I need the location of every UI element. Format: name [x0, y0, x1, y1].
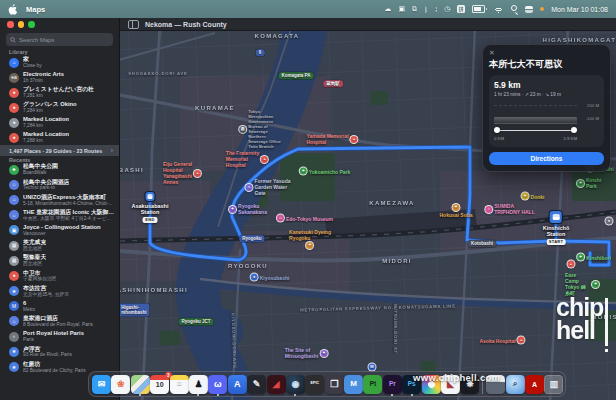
library-grand-palace-okino[interactable]: ● グランパレス Okino 7,284 km — [0, 100, 119, 115]
dock-acrobat[interactable]: A — [525, 375, 544, 394]
route-endpoint-badge: START — [546, 239, 566, 245]
window-title-bar: Nekoma — Rush County — [120, 18, 616, 31]
window-controls — [7, 21, 35, 28]
dock-earth-search[interactable]: ⌕ — [506, 375, 525, 394]
close-icon[interactable]: ✕ — [489, 49, 497, 56]
slider-knob-start[interactable] — [494, 127, 500, 133]
dock-discord[interactable]: ω — [208, 375, 227, 394]
place-icon: M — [9, 301, 19, 311]
place-icon: ⌕ — [9, 332, 19, 342]
bluetooth-icon[interactable]: ᛒ — [424, 0, 428, 18]
station-kinshicho[interactable]: Kinshichō Station START — [543, 211, 570, 245]
time-machine-icon[interactable]: ◷ — [444, 0, 450, 18]
place-icon: ★ — [9, 347, 19, 357]
recent-port-royal-hotel-cn[interactable]: ⌂ 皇家港口酒店 8 Boulevard de Port-Royal, Pari… — [0, 314, 119, 329]
window-title: Nekoma — Rush County — [145, 21, 227, 28]
elevation-max: 200 M — [587, 103, 599, 108]
place-icon: ▣ — [9, 225, 19, 235]
recent-unizo-hotel[interactable]: ⌂ UNIZO酒店Express-大阪南本町 5-18, Minamihonma… — [0, 192, 119, 207]
dock-premiere[interactable]: Pr — [383, 375, 402, 394]
recent-metro-6[interactable]: M 6 Métro — [0, 299, 119, 314]
slider-end-label: 5.9 KM — [563, 136, 577, 141]
running-indicator — [139, 394, 141, 396]
recent-place-nw-1[interactable]: ▦ 英尤威克 西北地区 — [0, 238, 119, 253]
running-indicator — [411, 394, 413, 396]
dock-translate[interactable]: A — [228, 375, 247, 394]
route-endpoint-badge: END — [143, 217, 157, 223]
more-icon[interactable]: ⁞ — [435, 0, 437, 18]
sidebar-toggle-icon[interactable] — [128, 20, 139, 29]
library-summary-row[interactable]: 1,497 Places · 29 Guides · 23 Routes › — [0, 145, 119, 156]
place-icon: ⌂ — [9, 210, 19, 220]
place-icon: ▦ — [9, 256, 19, 266]
minimize-window-button[interactable] — [18, 21, 25, 28]
dock-m-app[interactable]: M — [344, 375, 363, 394]
library-marked-location-1[interactable]: ● Marked Location 7,284 km — [0, 115, 119, 130]
dock-gog[interactable]: ❒ — [325, 375, 344, 394]
battery-icon[interactable] — [472, 0, 486, 18]
place-icon: ● — [9, 271, 19, 281]
zoom-window-button[interactable] — [28, 21, 35, 28]
place-icon: ★ — [9, 286, 19, 296]
slider-knob-end[interactable] — [571, 127, 577, 133]
dock-calendar[interactable]: 10 3 — [150, 375, 169, 394]
dock-notes[interactable]: ≡ — [170, 375, 189, 394]
running-indicator — [391, 394, 393, 396]
dock-dark-red-app[interactable]: ◢ — [267, 375, 286, 394]
library-premist-sendai[interactable]: ● プレミストせんだい宮の杜 7,281 km — [0, 85, 119, 100]
station-asakusabashi[interactable]: Asakusabashi Station END — [132, 192, 169, 223]
library-home[interactable]: ⌂ 家 Close by — [0, 55, 119, 70]
route-range-slider[interactable] — [494, 127, 577, 135]
input-source-icon[interactable]: 拼 — [457, 0, 465, 18]
recent-zhongwei[interactable]: ● 中卫市 宁夏回族自治区 — [0, 268, 119, 283]
dock-photos[interactable]: ❀ — [111, 375, 130, 394]
place-icon: ⌂ — [9, 180, 19, 190]
place-icon: ⌂ — [9, 58, 19, 68]
menu-clock[interactable]: Mon Mar 10 01:08 — [551, 6, 608, 13]
recent-matsushima-park[interactable]: ♣ 松島中央公園 BoardWalk — [0, 162, 119, 177]
chevron-right-icon: › — [111, 147, 113, 154]
icloud-icon[interactable]: ☁ — [384, 0, 391, 18]
spotlight-icon[interactable] — [510, 0, 518, 18]
dock-epic[interactable]: EPIC — [305, 375, 324, 394]
library-electronic-arts[interactable]: ea Electronic Arts 1h 37min — [0, 70, 119, 85]
recent-port-royal-hotel[interactable]: ⌕ Port Royal Hotel Paris Paris — [0, 329, 119, 344]
library-marked-location-2[interactable]: ● Marked Location 7,288 km — [0, 130, 119, 145]
apple-icon[interactable] — [8, 4, 17, 15]
place-icon: ♣ — [9, 165, 19, 175]
place-icon: ⌂ — [9, 195, 19, 205]
dock-editor[interactable]: ✎ — [247, 375, 266, 394]
route-details-card: ✕ 本所七大不可思议 5.9 km 1 hr 23 mins · ↗ 23 m … — [482, 44, 611, 172]
search-input[interactable]: Search Maps — [6, 33, 113, 46]
display-icon[interactable]: ▣ — [398, 0, 405, 18]
control-center-icon[interactable] — [525, 0, 533, 18]
train-station-icon — [550, 211, 562, 223]
elevation-chart — [494, 101, 577, 124]
wifi-icon[interactable] — [494, 0, 503, 18]
menu-app-name[interactable]: Maps — [26, 5, 45, 14]
dock-qq[interactable]: ♟ — [189, 375, 208, 394]
recent-louvre[interactable]: ★ 卢浮宫 93 Rue de Rivoli, Paris — [0, 344, 119, 359]
dock-trash[interactable]: ▥ — [544, 375, 563, 394]
recent-royal-garden-hotel[interactable]: ⌂ THE 皇家花園酒店 Iconic 大阪御堂筋 中央区, 大阪市 平野町 4… — [0, 208, 119, 223]
recent-joyce-collingwood[interactable]: ▣ Joyce - Collingwood Station Vancouver — [0, 223, 119, 238]
search-icon — [10, 37, 16, 43]
map-canvas[interactable]: KOMAGATA HIGASHIKOMAGATA KURAMAE ASAKUSA… — [120, 31, 616, 400]
desktop: Maps ☁▣⧉ᛒ⁞◷拼 Mon Mar 10 01:08 Search Map… — [0, 0, 616, 400]
dock-maps[interactable] — [131, 375, 150, 394]
dock-mail[interactable]: ✉ — [92, 375, 111, 394]
dock-adobe-pt[interactable]: Pt — [363, 375, 382, 394]
place-icon: ⌂ — [9, 316, 19, 326]
recent-matsushima-hotel[interactable]: ⌂ 松島中央公園酒店 Techno park-ro — [0, 177, 119, 192]
close-window-button[interactable] — [7, 21, 14, 28]
stage-manager-icon[interactable]: ⧉ — [412, 0, 417, 18]
slider-start-label: 0 KM — [494, 136, 504, 141]
chiphell-url-watermark: www.chiphell.com — [413, 372, 500, 383]
place-icon: ▦ — [9, 241, 19, 251]
recent-place-nw-2[interactable]: ▦ 鄂豫泰天 西北地区 — [0, 253, 119, 268]
record-dot-icon[interactable] — [540, 0, 545, 18]
directions-button[interactable]: Directions — [489, 152, 604, 165]
place-icon: ● — [9, 118, 19, 128]
recent-potala-palace[interactable]: ★ 布达拉宫 北京中路35号, 拉萨市 — [0, 284, 119, 299]
dock-steam[interactable]: ◉ — [286, 375, 305, 394]
